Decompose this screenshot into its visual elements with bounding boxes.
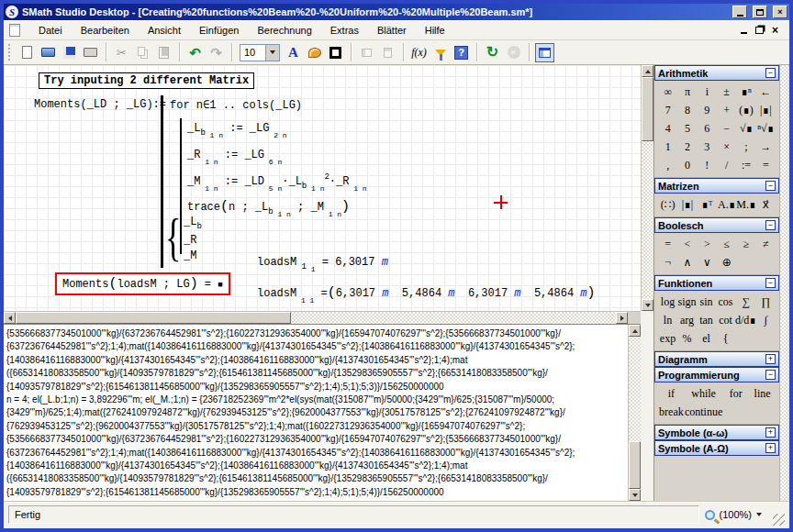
open-button[interactable] — [39, 43, 58, 62]
palette-button[interactable]: → — [756, 139, 776, 156]
palette-button[interactable]: while — [685, 385, 722, 403]
menu-item[interactable]: Blätter — [368, 22, 416, 39]
print-button[interactable] — [81, 43, 100, 62]
palette-button[interactable]: = — [756, 157, 776, 174]
menu-item[interactable]: Hilfe — [416, 22, 454, 39]
palette-button[interactable]: ∎ⁿ — [736, 83, 755, 101]
error-formula-moments[interactable]: Moments(loadsM ; LG) = ■ — [55, 272, 230, 295]
menu-item[interactable]: Einfügen — [190, 22, 248, 39]
horizontal-scroll-thumb[interactable] — [16, 312, 291, 324]
palette-button[interactable]: := — [736, 157, 755, 174]
statement-R-assign[interactable]: _R 1 n := _LG 6 n — [187, 149, 282, 166]
trace-log[interactable]: {535666837734501000'"kg}/{63723676445298… — [4, 325, 628, 501]
save-button[interactable] — [60, 43, 79, 62]
scroll-down-button[interactable] — [629, 489, 641, 501]
palette-button[interactable]: 0 — [677, 157, 697, 174]
palette-button[interactable]: / — [717, 157, 736, 174]
palette-button[interactable]: break — [658, 404, 685, 421]
palette-button[interactable]: (∎) — [736, 102, 755, 119]
redo-button[interactable]: ↷ — [207, 43, 226, 62]
palette-button[interactable]: continue — [685, 404, 722, 421]
palette-button[interactable]: ∧ — [677, 254, 697, 272]
mdi-restore-icon[interactable] — [755, 27, 764, 34]
new-button[interactable] — [17, 43, 37, 62]
palette-button[interactable]: exp — [658, 330, 677, 348]
zoom-control[interactable]: (100%) — [705, 509, 767, 520]
palette-button[interactable]: M.∎ — [736, 196, 755, 214]
scroll-right-button[interactable] — [616, 312, 628, 324]
expand-icon[interactable]: + — [765, 427, 776, 438]
menu-item[interactable]: Datei — [29, 22, 72, 39]
palette-button[interactable]: < — [677, 236, 697, 253]
palette-button[interactable]: ∏ — [756, 294, 776, 311]
menu-item[interactable]: Bearbeiten — [72, 22, 139, 39]
palette-button[interactable]: 8 — [677, 102, 697, 119]
palette-button[interactable]: log — [658, 294, 677, 311]
palette-button[interactable]: 5 — [677, 120, 697, 138]
palette-button[interactable]: 1 — [658, 139, 677, 156]
scroll-track[interactable] — [642, 141, 653, 299]
palette-button[interactable]: 6 — [698, 120, 717, 138]
palette-button[interactable]: 4 — [658, 120, 677, 138]
toolbar-grip[interactable] — [8, 44, 12, 61]
font-size-dropdown-button[interactable] — [265, 45, 279, 61]
statement-Lb-assign[interactable]: _Lb 1 n := _LG 2 n — [187, 122, 287, 139]
scroll-track[interactable] — [291, 312, 616, 324]
palette-button[interactable]: 3 — [698, 139, 717, 156]
palette-button[interactable]: cot — [716, 312, 735, 329]
vertical-scroll-thumb[interactable] — [642, 77, 653, 141]
function-button[interactable]: f(x) — [409, 43, 429, 62]
collapse-icon[interactable]: − — [765, 181, 776, 191]
palette-button[interactable]: ≠ — [756, 236, 776, 253]
palette-button[interactable]: sin — [697, 294, 716, 311]
expand-icon[interactable]: + — [765, 443, 776, 453]
palette-button[interactable]: tan — [697, 312, 716, 329]
palette-button[interactable]: ∨ — [698, 254, 717, 272]
background-color-button[interactable] — [305, 43, 324, 62]
cut-button[interactable]: ✂ — [112, 43, 131, 62]
palette-button[interactable]: { — [716, 330, 735, 348]
palette-button[interactable]: if — [658, 385, 685, 403]
collapse-icon[interactable]: − — [765, 278, 776, 288]
reference-button[interactable]: ? — [452, 43, 471, 62]
palette-header-funktionen[interactable]: Funktionen − — [654, 275, 779, 291]
chevron-down-icon[interactable] — [756, 513, 762, 516]
palette-button[interactable]: line — [749, 385, 776, 403]
palette-button[interactable]: π — [677, 83, 697, 101]
text-region-note[interactable]: Try inputing 2 different Matrix — [39, 72, 254, 89]
zoom-level[interactable]: (100%) — [720, 509, 752, 520]
palette-button[interactable]: − — [717, 120, 736, 138]
for-loop-header[interactable]: for n∈1 .. cols(_LG) — [170, 98, 302, 112]
palette-button[interactable]: ln — [658, 312, 677, 329]
palette-button[interactable]: (∷) — [658, 196, 677, 214]
vertical-scroll-thumb[interactable] — [629, 441, 641, 489]
undo-button[interactable]: ↶ — [185, 43, 205, 62]
palette-button[interactable]: √∎ — [736, 120, 755, 138]
sidebar-scrollbar-track[interactable] — [779, 65, 789, 501]
palette-button[interactable]: ⁿ√∎ — [756, 120, 776, 138]
font-size-value[interactable]: 10 — [240, 47, 265, 58]
align-vertical-button[interactable] — [378, 43, 397, 62]
palette-header-symbole-klein[interactable]: Symbole (α-ω) + — [654, 425, 779, 440]
scroll-up-button[interactable] — [642, 65, 653, 77]
border-button[interactable] — [326, 43, 345, 62]
statement-M-assign[interactable]: _M 1 n := _LD 5 n·_Lb 1 n2·_R 1 n — [187, 172, 367, 193]
palette-button[interactable]: ≤ — [717, 236, 736, 253]
palette-button[interactable]: > — [698, 236, 717, 253]
mdi-close-icon[interactable]: × — [772, 26, 778, 35]
copy-button[interactable] — [133, 43, 152, 62]
align-horizontal-button[interactable] — [357, 43, 376, 62]
palette-button[interactable]: ; — [736, 139, 755, 156]
scroll-down-button[interactable] — [642, 299, 653, 311]
collapse-icon[interactable]: − — [765, 68, 776, 78]
palette-button[interactable]: 7 — [658, 102, 677, 119]
palette-button[interactable]: ∎ᵀ — [698, 196, 717, 214]
palette-button[interactable]: + — [717, 102, 736, 119]
menu-item[interactable]: Ansicht — [139, 22, 190, 39]
result-loadsM-matrix[interactable]: loadsM 1 1 =(6,3017 m 5,4864 m 6,3017 m … — [257, 285, 596, 305]
font-size-combobox[interactable]: 10 — [240, 44, 280, 61]
minimize-button[interactable] — [732, 6, 747, 18]
close-button[interactable]: × — [773, 6, 787, 18]
result-loadsM-scalar[interactable]: loadsM 1 1 = 6,3017 m — [257, 256, 388, 273]
palette-button[interactable]: , — [658, 157, 677, 174]
